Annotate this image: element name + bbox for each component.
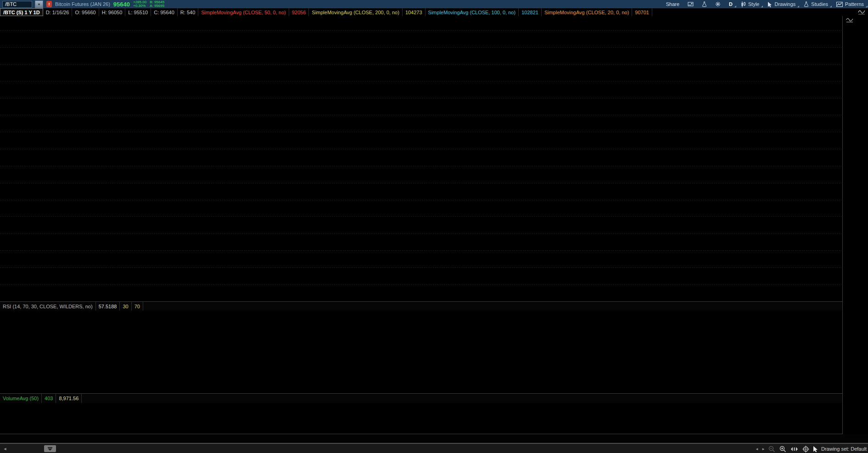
ohlc-cell: O: 95660 — [72, 8, 99, 16]
rsi-title[interactable]: RSI (14, 70, 30, CLOSE, WILDERS, no) — [0, 302, 96, 311]
ohlc-cell: H: 96050 — [99, 8, 126, 16]
zigzag-chart-icon — [836, 2, 843, 7]
flask-icon — [804, 1, 809, 7]
ohlc-cell: R: 540 — [178, 8, 198, 16]
pointer-tool-button[interactable] — [812, 445, 820, 453]
study-label[interactable]: SimpleMovingAvg (CLOSE, 50, 0, no) — [198, 8, 289, 16]
bottom-bar: ◄ ◂ ▸ Drawing set: Default — [0, 443, 868, 453]
instrument-description: Bitcoin Futures (JAN 26) — [55, 1, 110, 7]
freehand-drawing-icon[interactable] — [858, 8, 868, 16]
rsi-oversold-level: 30 — [120, 302, 131, 311]
volume-current-value: 403 — [42, 394, 56, 403]
study-label[interactable]: SimpleMovingAvg (CLOSE, 200, 0, no) — [309, 8, 403, 16]
news-icon — [688, 2, 694, 7]
volume-header: VolumeAvg (50) 403 8,971.56 — [0, 394, 842, 403]
chart-status-row: /BTC (S) 1 Y 1D D: 1/16/26O: 95660H: 960… — [0, 8, 868, 16]
study-cells: SimpleMovingAvg (CLOSE, 50, 0, no)92056S… — [198, 8, 652, 16]
collapse-panel-button[interactable] — [44, 445, 56, 452]
rsi-overbought-level: 70 — [132, 302, 143, 311]
crosshair-button[interactable] — [801, 445, 810, 453]
analyze-button[interactable] — [698, 0, 711, 8]
last-price: 95640 — [113, 1, 130, 8]
symbol-input[interactable]: /BTC — [2, 1, 32, 8]
scroll-left-button[interactable]: ◄ — [2, 445, 8, 453]
volume-avg-title[interactable]: VolumeAvg (50) — [0, 394, 42, 403]
candlestick-icon — [741, 1, 746, 7]
studies-button[interactable]: Studies — [800, 0, 832, 8]
thinkorswim-chart-window: /BTC ▼ ! Bitcoin Futures (JAN 26) 95640 … — [0, 0, 868, 453]
flask-icon — [702, 1, 707, 7]
volume-avg-value: 8,971.56 — [56, 394, 82, 403]
study-value: 90701 — [632, 8, 652, 16]
ohlc-cell: C: 95640 — [151, 8, 178, 16]
drawing-set-status[interactable]: Drawing set: Default — [821, 445, 867, 453]
study-value: 104273 — [403, 8, 426, 16]
ohlc-cell: L: 95510 — [125, 8, 151, 16]
timeframe-button[interactable]: D — [725, 0, 737, 8]
study-label[interactable]: SimpleMovingAvg (CLOSE, 20, 0, no) — [542, 8, 632, 16]
rsi-header: RSI (14, 70, 30, CLOSE, WILDERS, no) 57.… — [0, 302, 842, 311]
change-block: +285.00 +0.30% — [133, 0, 146, 8]
rsi-current-value: 57.5188 — [96, 302, 120, 311]
toolbar-right-group: Share D Style Drawings — [662, 0, 868, 8]
news-button[interactable] — [683, 0, 698, 8]
symbol-dropdown-button[interactable]: ▼ — [35, 0, 43, 8]
cursor-icon — [767, 1, 772, 7]
pan-left-button[interactable]: ◂ — [754, 445, 760, 453]
symbol-text: /BTC — [5, 1, 17, 7]
zoom-in-button[interactable] — [778, 445, 787, 453]
ohlc-cells: D: 1/16/26O: 95660H: 96050L: 95510C: 956… — [43, 8, 199, 16]
study-value: 92056 — [289, 8, 309, 16]
style-button[interactable]: Style — [737, 0, 763, 8]
volume-study-chart[interactable] — [0, 403, 842, 434]
zoom-out-button[interactable] — [767, 445, 776, 453]
pan-right-button[interactable]: ▸ — [761, 445, 766, 453]
ask-value: A: 95695 — [150, 4, 164, 8]
auto-scale-button[interactable] — [789, 445, 799, 453]
price-axis-border — [842, 16, 843, 443]
date-axis[interactable] — [0, 434, 868, 443]
alert-icon[interactable]: ! — [46, 1, 52, 7]
patterns-button[interactable]: Patterns — [832, 0, 868, 8]
settings-button[interactable] — [711, 0, 725, 8]
main-price-chart[interactable] — [0, 16, 842, 301]
bid-ask-block: B: 95645 A: 95695 — [150, 0, 164, 8]
gear-icon — [715, 1, 721, 7]
drawings-button[interactable]: Drawings — [763, 0, 800, 8]
study-label[interactable]: SimpleMovingAvg (CLOSE, 100, 0, no) — [426, 8, 519, 16]
axis-settings-icon[interactable] — [846, 17, 853, 25]
study-value: 102821 — [519, 8, 542, 16]
rsi-study-chart[interactable] — [0, 311, 842, 393]
share-button[interactable]: Share — [662, 0, 683, 8]
chart-symbol-timeframe[interactable]: /BTC (S) 1 Y 1D — [0, 8, 43, 16]
ohlc-cell: D: 1/16/26 — [43, 8, 73, 16]
top-toolbar: /BTC ▼ ! Bitcoin Futures (JAN 26) 95640 … — [0, 0, 868, 8]
change-percent: +0.30% — [133, 4, 146, 8]
